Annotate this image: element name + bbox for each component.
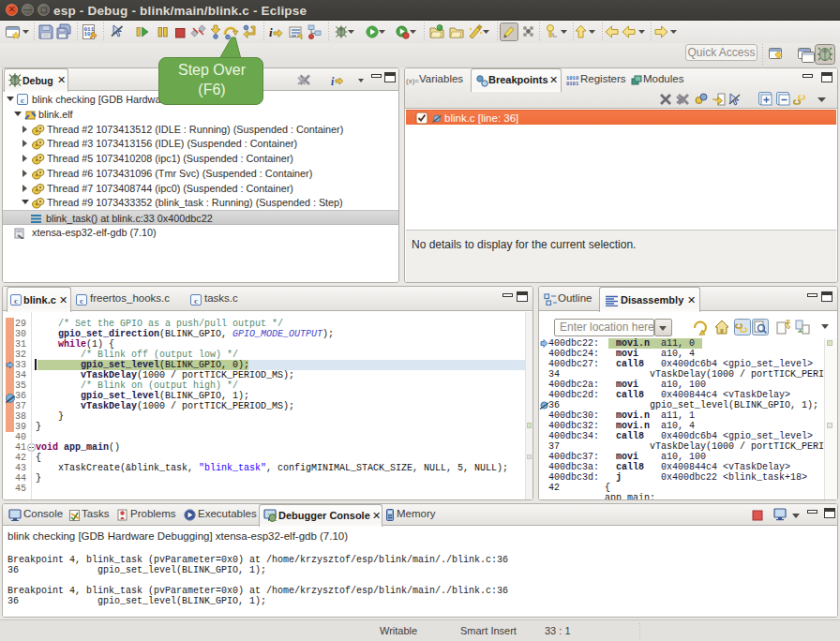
- svg-text:i: i: [331, 75, 335, 87]
- svg-text:(x)=: (x)=: [406, 77, 419, 85]
- svg-text:c: c: [194, 296, 198, 306]
- svg-text:c: c: [80, 296, 83, 306]
- svg-text:c: c: [21, 96, 24, 105]
- svg-text:i: i: [269, 25, 273, 39]
- svg-text:c: c: [14, 296, 18, 306]
- svg-text:0101: 0101: [566, 81, 579, 85]
